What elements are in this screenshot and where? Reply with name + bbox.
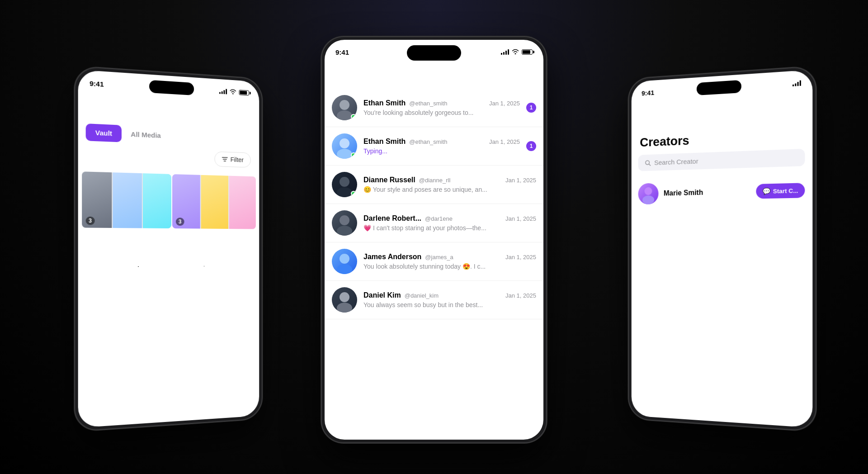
message-item-2[interactable]: Ethan Smith @ethan_smith Jan 1, 2025 Typ…: [325, 127, 543, 166]
filter-button[interactable]: Filter: [214, 152, 250, 168]
start-chat-button[interactable]: 💬 Start C...: [756, 183, 805, 199]
start-chat-label: Start C...: [773, 187, 798, 194]
message-preview-3: 😊 Your style and poses are so unique, an…: [363, 186, 536, 193]
svg-point-14: [337, 303, 352, 313]
phone-center-screen: 9:41: [325, 40, 543, 440]
unread-badge-1: 1: [526, 103, 536, 113]
avatar-darlene: [332, 210, 357, 236]
sender-handle-1: @ethan_smith: [409, 100, 447, 107]
dynamic-island-left: [149, 80, 194, 95]
media-item-2[interactable]: 3: [172, 174, 256, 229]
phone-center: 9:41: [321, 36, 547, 443]
phone-left-screen: 9:41: [78, 70, 259, 428]
message-content-6: Daniel Kim @daniel_kim Jan 1, 2025 You a…: [363, 291, 536, 308]
phone-right: 9:41 Creators: [628, 66, 816, 432]
message-preview-4: 💗 I can't stop staring at your photos—th…: [363, 224, 536, 232]
message-header-2: Ethan Smith @ethan_smith Jan 1, 2025: [363, 137, 520, 146]
media-item-1[interactable]: 3: [82, 171, 171, 228]
avatar-james: [332, 249, 357, 274]
time-center: 9:41: [335, 48, 349, 56]
creator-item-marie[interactable]: Marie Smith 💬 Start C...: [632, 173, 813, 210]
unread-badge-2: 1: [526, 141, 536, 151]
time-right: 9:41: [642, 89, 654, 97]
sender-handle-6: @daniel_kim: [405, 292, 439, 299]
sender-handle-4: @dar1ene: [425, 215, 453, 222]
svg-point-3: [340, 100, 349, 110]
online-dot-1: [351, 114, 356, 119]
messages-list: Ethan Smith @ethan_smith Jan 1, 2025 You…: [325, 64, 543, 319]
message-item-1[interactable]: Ethan Smith @ethan_smith Jan 1, 2025 You…: [325, 89, 543, 127]
media-count-2: 3: [176, 218, 184, 226]
filter-icon: [222, 156, 228, 162]
sender-name-2: Ethan Smith: [363, 137, 406, 146]
search-icon: [645, 160, 651, 166]
creators-content: Creators Search Creator: [632, 95, 813, 210]
phones-container: 9:41: [0, 0, 868, 474]
search-placeholder: Search Creator: [654, 157, 698, 166]
avatar-dianne: [332, 172, 357, 197]
battery-icon-left: [239, 90, 249, 95]
phone-left: 9:41: [74, 66, 262, 432]
svg-point-5: [340, 138, 349, 148]
media-grid: 3 3: [78, 171, 259, 229]
message-item-3[interactable]: Dianne Russell @dianne_rll Jan 1, 2025 😊…: [325, 166, 543, 204]
message-item-4[interactable]: Darlene Robert... @dar1ene Jan 1, 2025 💗…: [325, 204, 543, 242]
message-header-6: Daniel Kim @daniel_kim Jan 1, 2025: [363, 291, 536, 299]
message-date-2: Jan 1, 2025: [489, 138, 520, 145]
message-item-6[interactable]: Daniel Kim @daniel_kim Jan 1, 2025 You a…: [325, 281, 543, 319]
sender-handle-5: @james_a: [425, 254, 453, 261]
message-content-3: Dianne Russell @dianne_rll Jan 1, 2025 😊…: [363, 176, 536, 193]
message-content-2: Ethan Smith @ethan_smith Jan 1, 2025 Typ…: [363, 137, 520, 155]
message-header-1: Ethan Smith @ethan_smith Jan 1, 2025: [363, 99, 520, 107]
sender-name-3: Dianne Russell: [363, 176, 415, 184]
sender-name-5: James Anderson: [363, 253, 421, 261]
creator-avatar-marie: [638, 183, 659, 204]
svg-point-11: [340, 254, 349, 264]
message-date-5: Jan 1, 2025: [505, 254, 536, 261]
time-left: 9:41: [90, 79, 104, 88]
message-header-3: Dianne Russell @dianne_rll Jan 1, 2025: [363, 176, 536, 184]
sender-handle-3: @dianne_rll: [419, 177, 451, 184]
sender-name-6: Daniel Kim: [363, 291, 401, 299]
svg-point-12: [337, 264, 352, 274]
svg-point-18: [642, 195, 654, 204]
message-date-1: Jan 1, 2025: [489, 100, 520, 107]
message-preview-1: You're looking absolutely gorgeous to...: [363, 109, 520, 116]
message-content-5: James Anderson @james_a Jan 1, 2025 You …: [363, 253, 536, 270]
svg-point-7: [340, 177, 349, 187]
status-icons-right: [793, 80, 801, 86]
signal-icon-center: [501, 49, 509, 55]
svg-point-17: [645, 187, 652, 195]
creator-name-marie: Marie Smith: [664, 187, 750, 197]
message-item-5[interactable]: James Anderson @james_a Jan 1, 2025 You …: [325, 242, 543, 281]
avatar-ethan1: [332, 95, 357, 120]
sender-name-1: Ethan Smith: [363, 99, 406, 107]
dynamic-island-right: [697, 80, 741, 95]
signal-icon-left: [219, 89, 227, 95]
wifi-icon-center: [512, 48, 519, 56]
svg-point-8: [337, 187, 352, 197]
message-preview-5: You look absolutely stunning today 😍. I …: [363, 263, 536, 270]
online-dot-2: [351, 152, 356, 158]
chat-icon: 💬: [762, 187, 770, 195]
sender-name-4: Darlene Robert...: [363, 214, 421, 223]
vault-header: Vault All Media Filter: [78, 95, 259, 177]
message-content-4: Darlene Robert... @dar1ene Jan 1, 2025 💗…: [363, 214, 536, 232]
battery-icon-center: [522, 49, 533, 55]
svg-point-6: [337, 149, 352, 159]
status-icons-left: [219, 88, 249, 97]
sender-handle-2: @ethan_smith: [409, 138, 447, 145]
svg-point-4: [337, 110, 352, 120]
vault-tab-vault[interactable]: Vault: [86, 123, 122, 142]
vault-tab-all-media[interactable]: All Media: [122, 125, 170, 144]
phone-right-screen: 9:41 Creators: [632, 70, 813, 428]
svg-point-9: [340, 215, 349, 225]
svg-point-13: [340, 292, 349, 302]
svg-line-16: [649, 164, 650, 166]
message-preview-2: Typing...: [363, 147, 520, 155]
online-dot-3: [351, 191, 356, 196]
message-date-4: Jan 1, 2025: [505, 215, 536, 222]
message-content-1: Ethan Smith @ethan_smith Jan 1, 2025 You…: [363, 99, 520, 116]
message-date-6: Jan 1, 2025: [505, 292, 536, 299]
signal-icon-right: [793, 80, 801, 86]
